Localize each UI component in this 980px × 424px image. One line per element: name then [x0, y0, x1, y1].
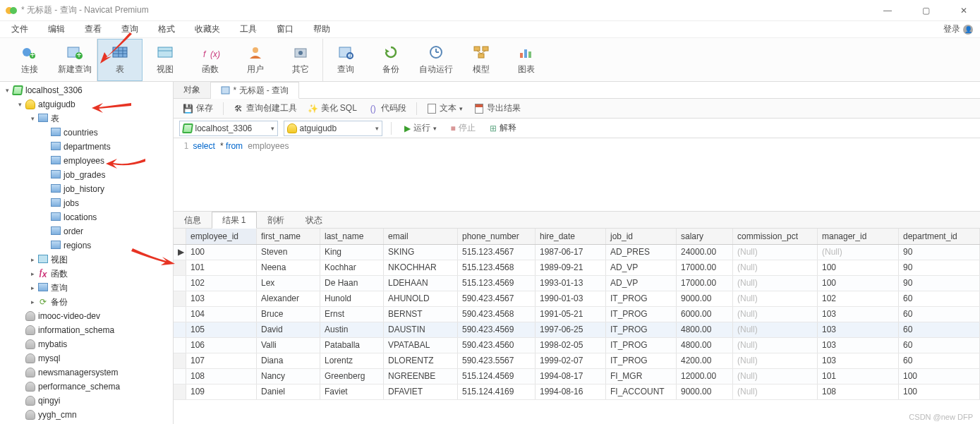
close-button[interactable]: ✕	[953, 6, 974, 16]
menu-format[interactable]: 格式	[150, 22, 183, 37]
minimize-button[interactable]: —	[877, 6, 898, 16]
table-row[interactable]: 103AlexanderHunoldAHUNOLD590.423.4567199…	[174, 291, 980, 306]
sql-text[interactable]: select * from employees	[193, 141, 289, 208]
cell[interactable]: 9000.00	[677, 384, 733, 399]
cell[interactable]: 590.423.5567	[458, 353, 536, 368]
cell[interactable]: Hunold	[320, 291, 384, 306]
cell[interactable]: AD_PRES	[606, 244, 677, 260]
cell[interactable]: (Null)	[733, 260, 818, 275]
cell[interactable]: (Null)	[733, 291, 818, 306]
cell[interactable]: Pataballa	[320, 337, 384, 353]
cell[interactable]: IT_PROG	[606, 337, 677, 353]
cell[interactable]: (Null)	[733, 368, 818, 384]
run-button[interactable]: ▶运行 ▾	[400, 121, 441, 135]
tree-node[interactable]: newsmanagersystem	[0, 365, 173, 380]
cell[interactable]: 100	[818, 275, 899, 291]
cell[interactable]: Greenberg	[320, 368, 384, 384]
col-header[interactable]: job_id	[606, 229, 677, 244]
cell[interactable]: Lex	[257, 275, 320, 291]
col-header[interactable]: commission_pct	[733, 229, 818, 244]
cell[interactable]: (Null)	[733, 353, 818, 368]
table-row[interactable]: 106ValliPataballaVPATABAL590.423.4560199…	[174, 337, 980, 353]
maximize-button[interactable]: ▢	[915, 6, 936, 16]
col-header[interactable]: salary	[677, 229, 733, 244]
cell[interactable]: AD_VP	[606, 275, 677, 291]
toolbar-view[interactable]: 视图	[143, 39, 188, 81]
tree-node[interactable]: job_history	[0, 182, 173, 196]
twist-icon[interactable]: ▸	[28, 270, 37, 277]
cell[interactable]: 60	[899, 353, 980, 368]
cell[interactable]: 1989-09-21	[536, 260, 606, 275]
cell[interactable]: King	[320, 244, 384, 260]
cell[interactable]: IT_PROG	[606, 291, 677, 306]
cell[interactable]: (Null)	[733, 306, 818, 322]
cell[interactable]: 590.423.4567	[458, 291, 536, 306]
toolbar-other[interactable]: 其它	[278, 39, 323, 81]
cell[interactable]: 105	[186, 322, 257, 337]
menu-edit[interactable]: 编辑	[40, 22, 73, 37]
result-tab[interactable]: 信息	[174, 212, 212, 228]
cell[interactable]: (Null)	[733, 322, 818, 337]
col-header[interactable]: phone_number	[458, 229, 536, 244]
result-grid[interactable]: employee_idfirst_namelast_nameemailphone…	[174, 229, 981, 424]
cell[interactable]: 100	[186, 244, 257, 260]
cell[interactable]: FI_ACCOUNT	[606, 384, 677, 399]
menu-tools[interactable]: 工具	[231, 22, 265, 37]
cell[interactable]: 103	[186, 291, 257, 306]
cell[interactable]: 90	[899, 275, 980, 291]
cell[interactable]: De Haan	[320, 275, 384, 291]
cell[interactable]: 1990-01-03	[536, 291, 606, 306]
snippet-button[interactable]: ()代码段	[364, 101, 411, 116]
cell[interactable]: 1998-02-05	[536, 337, 606, 353]
cell[interactable]: DAUSTIN	[384, 322, 458, 337]
cell[interactable]: 60	[899, 306, 980, 322]
beautify-button[interactable]: ✨美化 SQL	[304, 101, 361, 116]
tree-node[interactable]: mybatis	[0, 337, 173, 351]
col-header[interactable]: last_name	[320, 229, 384, 244]
tree-node[interactable]: ▸fx函数	[0, 267, 173, 281]
tree-node[interactable]: departments	[0, 140, 173, 154]
cell[interactable]: (Null)	[733, 244, 818, 260]
tree-node[interactable]: information_schema	[0, 323, 173, 337]
cell[interactable]: IT_PROG	[606, 353, 677, 368]
toolbar-backup[interactable]: 备份	[368, 39, 413, 81]
cell[interactable]: Austin	[320, 322, 384, 337]
cell[interactable]: 103	[818, 353, 899, 368]
cell[interactable]: (Null)	[733, 384, 818, 399]
tree-node[interactable]: mysql	[0, 351, 173, 365]
cell[interactable]: 515.124.4169	[458, 384, 536, 399]
menu-file[interactable]: 文件	[3, 22, 37, 37]
toolbar-model[interactable]: 模型	[459, 39, 504, 81]
cell[interactable]: 107	[186, 353, 257, 368]
cell[interactable]: 515.123.4567	[458, 244, 536, 260]
cell[interactable]: 102	[818, 291, 899, 306]
cell[interactable]: 100	[899, 368, 980, 384]
cell[interactable]: 101	[186, 260, 257, 275]
cell[interactable]: NGREENBE	[384, 368, 458, 384]
cell[interactable]: Diana	[257, 353, 320, 368]
tree-node[interactable]: yygh_cmn	[0, 408, 173, 422]
tree-node[interactable]: locations	[0, 210, 173, 224]
cell[interactable]: Faviet	[320, 384, 384, 399]
cell[interactable]: IT_PROG	[606, 322, 677, 337]
stop-button[interactable]: ■停止	[447, 121, 480, 135]
toolbar-query[interactable]: 查询	[323, 39, 368, 81]
toolbar-auto[interactable]: 自动运行	[413, 39, 459, 81]
result-tab[interactable]: 结果 1	[212, 212, 257, 229]
cell[interactable]: 6000.00	[677, 306, 733, 322]
cell[interactable]: Valli	[257, 337, 320, 353]
cell[interactable]: VPATABAL	[384, 337, 458, 353]
cell[interactable]: LDEHAAN	[384, 275, 458, 291]
cell[interactable]: Alexander	[257, 291, 320, 306]
table-row[interactable]: 108NancyGreenbergNGREENBE515.124.4569199…	[174, 368, 980, 384]
tree-node[interactable]: ▸备份	[0, 295, 173, 309]
twist-icon[interactable]: ▾	[28, 115, 37, 122]
cell[interactable]: 90	[899, 244, 980, 260]
tree-node[interactable]: performance_schema	[0, 380, 173, 394]
tree-node[interactable]: ▸查询	[0, 281, 173, 295]
cell[interactable]: (Null)	[818, 244, 899, 260]
col-header[interactable]: department_id	[899, 229, 980, 244]
table-row[interactable]: 105DavidAustinDAUSTIN590.423.45691997-06…	[174, 322, 980, 337]
table-row[interactable]: 102LexDe HaanLDEHAAN515.123.45691993-01-…	[174, 275, 980, 291]
table-row[interactable]: 104BruceErnstBERNST590.423.45681991-05-2…	[174, 306, 980, 322]
